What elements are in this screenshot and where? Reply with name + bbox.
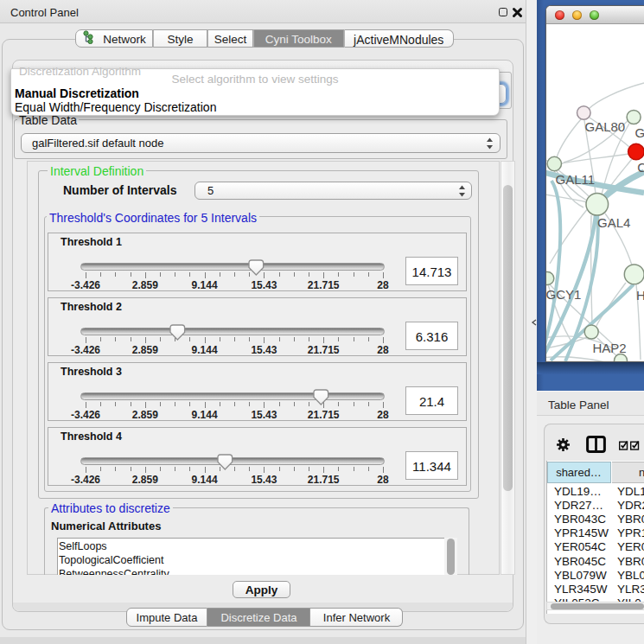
svg-text:GAL4: GAL4 bbox=[597, 215, 630, 230]
svg-text:GCY1: GCY1 bbox=[546, 287, 581, 302]
svg-text:GAL11: GAL11 bbox=[556, 172, 596, 187]
svg-text:GA: GA bbox=[635, 125, 644, 140]
svg-text:H: H bbox=[636, 288, 644, 303]
svg-text:HAP2: HAP2 bbox=[593, 341, 627, 355]
svg-text:C: C bbox=[637, 160, 644, 175]
svg-text:GAL80: GAL80 bbox=[585, 119, 626, 134]
